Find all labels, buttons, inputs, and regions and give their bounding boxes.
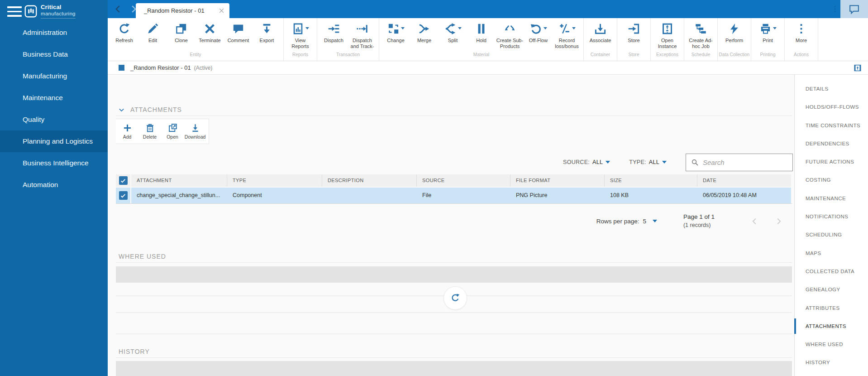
history-section-title: HISTORY <box>119 348 150 355</box>
open-attachment-button[interactable]: Open <box>161 121 184 144</box>
sidebar-item-business-intelligence[interactable]: Business Intelligence <box>0 152 108 174</box>
print-button[interactable]: Print <box>754 20 782 52</box>
column-header-date[interactable]: DATE <box>697 174 791 187</box>
perform-button[interactable]: Perform <box>720 20 749 52</box>
column-header-type[interactable]: TYPE <box>227 174 322 187</box>
column-header-size[interactable]: SIZE <box>605 174 697 187</box>
merge-button[interactable]: Merge <box>410 20 439 52</box>
create-sub-products-button[interactable]: Create Sub-Products <box>496 20 524 52</box>
pencil-icon <box>147 23 159 35</box>
right-nav-item-dependencies[interactable]: DEPENDENCIES <box>795 135 868 153</box>
dispatch-and-track-button[interactable]: Dispatch and Track- <box>348 20 377 52</box>
right-nav-item-attributes[interactable]: ATTRIBUTES <box>795 299 868 317</box>
off-flow-button[interactable]: Off-Flow <box>524 20 553 52</box>
delete-attachment-button[interactable]: Delete <box>138 121 161 144</box>
toolbar-group-label: Store <box>617 52 650 61</box>
refresh-button[interactable]: Refresh <box>110 20 138 52</box>
export-button[interactable]: Export <box>253 20 281 52</box>
open-instance-button[interactable]: Open Instance <box>653 20 682 52</box>
edit-button[interactable]: Edit <box>138 20 167 52</box>
store-button[interactable]: Store <box>620 20 648 52</box>
toolbar-group-label: Data Collection <box>718 52 751 61</box>
topbar-more-icon[interactable] <box>831 4 839 14</box>
dispatch-button[interactable]: Dispatch <box>320 20 348 52</box>
right-nav-item-history[interactable]: HISTORY <box>795 353 868 371</box>
page-arrows <box>735 217 783 226</box>
merge-arrows-icon <box>418 23 430 35</box>
change-button[interactable]: Change <box>382 20 410 52</box>
collapse-panel-icon[interactable] <box>854 64 862 72</box>
select-all-checkbox[interactable] <box>119 176 128 185</box>
right-nav-item-collected-data[interactable]: COLLECTED DATA <box>795 262 868 280</box>
split-arrows-icon <box>444 23 457 35</box>
view-reports-button[interactable]: View Reports <box>286 20 315 52</box>
add-attachment-button[interactable]: Add <box>116 121 138 144</box>
right-nav-item-costing[interactable]: COSTING <box>795 171 868 189</box>
refresh-icon <box>118 23 130 35</box>
toolbar-group-label: Entity <box>108 52 283 61</box>
source-filter-dropdown[interactable]: SOURCE: ALL <box>563 159 610 165</box>
sidebar-item-manufacturing[interactable]: Manufacturing <box>0 65 108 87</box>
speech-bubble-icon <box>849 4 860 15</box>
column-header-source[interactable]: SOURCE <box>417 174 510 187</box>
right-nav-item-details[interactable]: DETAILS <box>795 80 868 98</box>
lightning-icon <box>728 23 740 35</box>
comment-button[interactable]: Comment <box>224 20 253 52</box>
divider <box>116 333 792 334</box>
row-checkbox[interactable] <box>119 191 128 200</box>
loading-spinner-icon <box>444 286 467 310</box>
cell-date: 06/05/2019 10:48 AM <box>697 188 791 203</box>
rows-per-page-dropdown[interactable]: Rows per page: 5 <box>596 218 657 225</box>
feedback-button[interactable] <box>840 0 868 18</box>
report-chart-icon <box>292 23 304 35</box>
right-nav-item-notifications[interactable]: NOTIFICATIONS <box>795 207 868 226</box>
sidebar-item-automation[interactable]: Automation <box>0 174 108 196</box>
sidebar-item-planning-and-logistics[interactable]: Planning and Logistics <box>0 130 108 152</box>
clone-button[interactable]: Clone <box>167 20 196 52</box>
record-loss-bonus-button[interactable]: Record loss/bonus <box>553 20 581 52</box>
nav-back-icon[interactable] <box>113 4 123 14</box>
column-header-attachment[interactable]: ATTACHMENT <box>131 174 227 187</box>
right-nav-item-scheduling[interactable]: SCHEDULING <box>795 226 868 244</box>
speech-bubble-icon <box>232 23 244 35</box>
right-nav-item-maintenance[interactable]: MAINTENANCE <box>795 189 868 207</box>
right-nav-item-future-actions[interactable]: FUTURE ACTIONS <box>795 153 868 171</box>
hamburger-menu-icon[interactable] <box>7 6 22 17</box>
toolbar-group-transaction: Dispatch Dispatch and Track- Transaction <box>317 18 379 61</box>
create-adhoc-job-button[interactable]: Create Ad-hoc Job <box>687 20 715 52</box>
main-nav: Administration Business Data Manufacturi… <box>0 22 108 196</box>
column-header-description[interactable]: DESCRIPTION <box>322 174 417 187</box>
associate-button[interactable]: Associate <box>586 20 615 52</box>
next-page-icon[interactable] <box>774 217 783 226</box>
column-header-file-format[interactable]: FILE FORMAT <box>510 174 605 187</box>
right-nav-item-genealogy[interactable]: GENEALOGY <box>795 280 868 299</box>
sidebar-item-administration[interactable]: Administration <box>0 22 108 43</box>
chevron-down-icon <box>544 27 547 29</box>
tab-close-icon[interactable] <box>218 7 225 14</box>
right-nav-item-attachments[interactable]: ATTACHMENTS <box>795 317 868 335</box>
more-button[interactable]: More <box>787 20 816 52</box>
type-filter-dropdown[interactable]: TYPE: ALL <box>629 159 667 165</box>
download-attachment-button[interactable]: Download <box>184 121 206 144</box>
previous-page-icon[interactable] <box>750 217 759 226</box>
right-nav-item-time-constraints[interactable]: TIME CONSTRAINTS <box>795 116 868 135</box>
content-area: ATTACHMENTS Add Delete Open Download SOU… <box>108 75 794 376</box>
terminate-button[interactable]: Terminate <box>196 20 224 52</box>
tab-random-resistor[interactable]: _Random Resistor - 01 <box>136 3 229 18</box>
sidebar-item-business-data[interactable]: Business Data <box>0 43 108 65</box>
search-input[interactable] <box>699 154 794 171</box>
topbar: _Random Resistor - 01 <box>108 0 868 18</box>
toolbar-group-schedule: Create Ad-hoc Job Schedule <box>684 18 718 61</box>
right-nav-item-holds-off-flows[interactable]: HOLDS/OFF-FLOWS <box>795 98 868 116</box>
hold-button[interactable]: Hold <box>467 20 496 52</box>
right-nav-item-maps[interactable]: MAPS <box>795 244 868 262</box>
sidebar-item-quality[interactable]: Quality <box>0 109 108 130</box>
sidebar-item-maintenance[interactable]: Maintenance <box>0 87 108 109</box>
split-button[interactable]: Split <box>439 20 467 52</box>
chevron-down-icon[interactable] <box>118 106 125 113</box>
table-row[interactable]: change_special_change_stillun... Compone… <box>116 188 792 203</box>
brand-line2: manufacturing <box>41 11 76 17</box>
left-sidebar: Critical manufacturing Administration Bu… <box>0 0 108 376</box>
right-nav-item-where-used[interactable]: WHERE USED <box>795 335 868 353</box>
toolbar-group-label: Transaction <box>317 52 379 61</box>
